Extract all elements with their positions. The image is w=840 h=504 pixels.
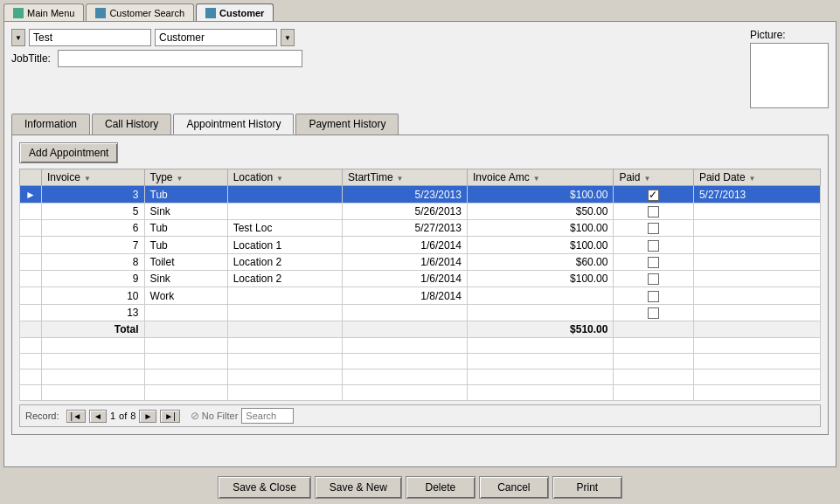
paid-checkbox[interactable] bbox=[648, 223, 659, 234]
appointments-table: Invoice▼ Type▼ Location▼ StartTime▼ Invo… bbox=[19, 169, 821, 401]
save-close-button[interactable]: Save & Close bbox=[218, 476, 311, 499]
picture-box bbox=[750, 43, 829, 108]
col-starttime[interactable]: StartTime▼ bbox=[343, 169, 468, 186]
paid-checkbox[interactable] bbox=[648, 273, 659, 285]
cell-paid[interactable] bbox=[614, 220, 693, 237]
nav-last[interactable]: ►| bbox=[160, 410, 180, 423]
paid-checkbox[interactable] bbox=[648, 240, 659, 252]
col-paid-date[interactable]: Paid Date▼ bbox=[693, 169, 820, 186]
search-input[interactable] bbox=[241, 408, 294, 424]
empty-row bbox=[20, 338, 821, 354]
col-type[interactable]: Type▼ bbox=[144, 169, 227, 186]
customer-search-icon bbox=[95, 8, 106, 18]
col-invoice-amount[interactable]: Invoice Amc▼ bbox=[467, 169, 613, 186]
cell-location: Test Loc bbox=[227, 220, 342, 237]
nav-total: 8 bbox=[130, 411, 135, 421]
cell-starttime: 1/6/2014 bbox=[343, 271, 468, 287]
cell-paid[interactable] bbox=[614, 304, 693, 321]
add-appointment-button[interactable]: Add Appointment bbox=[19, 142, 118, 163]
cell-paid[interactable] bbox=[614, 271, 693, 287]
paid-checkbox[interactable] bbox=[648, 307, 659, 319]
total-cell-1: Total bbox=[41, 321, 144, 338]
print-button[interactable]: Print bbox=[552, 476, 622, 499]
tab-customer-search[interactable]: Customer Search bbox=[86, 3, 194, 21]
header-form: ▼ ▼ JobTitle: Picture: bbox=[11, 29, 829, 108]
empty-row bbox=[20, 354, 821, 369]
title-dropdown[interactable]: ▼ bbox=[11, 29, 25, 46]
tab-call-history[interactable]: Call History bbox=[92, 114, 171, 135]
nav-current: 1 bbox=[110, 411, 115, 421]
paid-checkbox[interactable] bbox=[648, 291, 659, 302]
total-cell-7 bbox=[693, 321, 820, 338]
cell-location: Location 2 bbox=[227, 253, 342, 270]
select-all-header[interactable] bbox=[20, 169, 42, 186]
cell-amount: $100.00 bbox=[467, 186, 613, 203]
customer-icon bbox=[205, 8, 216, 18]
navigation-bar: Record: |◄ ◄ 1 of 8 ► ►| ⊘ No Filter bbox=[19, 404, 821, 427]
save-new-button[interactable]: Save & New bbox=[315, 476, 402, 499]
total-cell-4 bbox=[343, 321, 468, 338]
row-selector bbox=[20, 237, 42, 253]
cell-invoice: 8 bbox=[41, 253, 144, 270]
jobtitle-input[interactable] bbox=[58, 50, 302, 67]
cell-paid-date bbox=[693, 304, 820, 321]
row-selector bbox=[20, 220, 42, 237]
cell-paid-date bbox=[693, 220, 820, 237]
cell-paid-date bbox=[693, 287, 820, 304]
cell-type: Tub bbox=[144, 237, 227, 253]
cell-paid[interactable] bbox=[614, 186, 693, 203]
suffix-dropdown[interactable]: ▼ bbox=[281, 29, 295, 46]
cell-invoice: 10 bbox=[41, 287, 144, 304]
tab-information[interactable]: Information bbox=[11, 114, 90, 135]
cell-starttime: 5/27/2013 bbox=[343, 220, 468, 237]
last-name-input[interactable] bbox=[155, 29, 277, 46]
cell-starttime: 1/6/2014 bbox=[343, 237, 468, 253]
cell-location: Location 1 bbox=[227, 237, 342, 253]
cancel-button[interactable]: Cancel bbox=[479, 476, 549, 499]
table-row[interactable]: 10Work1/8/2014 bbox=[20, 287, 821, 304]
nav-first[interactable]: |◄ bbox=[66, 410, 87, 423]
total-row: Total$510.00 bbox=[20, 321, 821, 338]
tab-customer[interactable]: Customer bbox=[196, 3, 274, 21]
col-invoice[interactable]: Invoice▼ bbox=[41, 169, 144, 186]
table-row[interactable]: 13 bbox=[20, 304, 821, 321]
table-row[interactable]: 6TubTest Loc5/27/2013$100.00 bbox=[20, 220, 821, 237]
cell-location: Location 2 bbox=[227, 271, 342, 287]
tab-main-menu[interactable]: Main Menu bbox=[3, 3, 84, 21]
cell-paid[interactable] bbox=[614, 287, 693, 304]
nav-next[interactable]: ► bbox=[139, 410, 156, 423]
table-row[interactable]: 8ToiletLocation 21/6/2014$60.00 bbox=[20, 253, 821, 270]
cell-amount bbox=[467, 287, 613, 304]
table-row[interactable]: 7TubLocation 11/6/2014$100.00 bbox=[20, 237, 821, 253]
cell-paid[interactable] bbox=[614, 203, 693, 219]
cell-location bbox=[227, 287, 342, 304]
col-location[interactable]: Location▼ bbox=[227, 169, 342, 186]
cell-starttime: 1/8/2014 bbox=[343, 287, 468, 304]
tab-appointment-history[interactable]: Appointment History bbox=[173, 114, 294, 135]
table-row[interactable]: 9SinkLocation 21/6/2014$100.00 bbox=[20, 271, 821, 287]
tab-payment-history[interactable]: Payment History bbox=[295, 114, 399, 135]
cell-amount: $100.00 bbox=[467, 237, 613, 253]
paid-checkbox[interactable] bbox=[648, 190, 659, 201]
table-row[interactable]: 5Sink5/26/2013$50.00 bbox=[20, 203, 821, 219]
cell-type: Work bbox=[144, 287, 227, 304]
total-cell-5: $510.00 bbox=[467, 321, 613, 338]
cell-paid[interactable] bbox=[614, 237, 693, 253]
table-row[interactable]: ►3Tub5/23/2013$100.005/27/2013 bbox=[20, 186, 821, 203]
paid-checkbox[interactable] bbox=[648, 257, 659, 268]
first-name-input[interactable] bbox=[29, 29, 151, 46]
cell-paid[interactable] bbox=[614, 253, 693, 270]
delete-button[interactable]: Delete bbox=[406, 476, 476, 499]
total-cell-0 bbox=[20, 321, 42, 338]
empty-row bbox=[20, 385, 821, 401]
nav-prev[interactable]: ◄ bbox=[89, 410, 107, 423]
empty-row bbox=[20, 369, 821, 385]
cell-type: Tub bbox=[144, 220, 227, 237]
cell-invoice: 9 bbox=[41, 271, 144, 287]
cell-starttime: 1/6/2014 bbox=[343, 253, 468, 270]
paid-checkbox[interactable] bbox=[648, 206, 659, 217]
filter-icon: ⊘ bbox=[191, 410, 199, 422]
cell-amount: $60.00 bbox=[467, 253, 613, 270]
row-selector: ► bbox=[20, 186, 42, 203]
col-paid[interactable]: Paid▼ bbox=[614, 169, 693, 186]
